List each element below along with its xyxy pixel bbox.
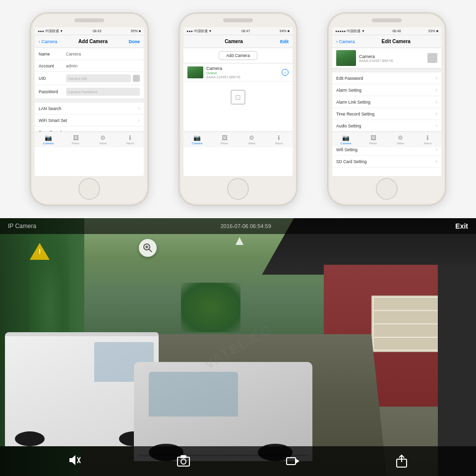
snapshot-button[interactable] bbox=[177, 454, 190, 468]
overlay-top-bar: IP Camera 2016-07-06 06:54:59 Exit bbox=[0, 218, 476, 234]
photo-tab-icon-1: 🖼 bbox=[73, 134, 79, 141]
tab-camera-2[interactable]: 📷 Camera bbox=[183, 134, 211, 145]
camera-info: Camera Online AAAA-219497-B8KYE bbox=[206, 66, 279, 79]
about-tab-icon-2: ℹ bbox=[278, 134, 280, 141]
uid-scan-btn[interactable] bbox=[133, 75, 140, 82]
tab-camera-3[interactable]: 📷 Camera bbox=[332, 134, 359, 145]
svg-rect-9 bbox=[287, 458, 296, 465]
password-input[interactable]: Camera PassWord bbox=[66, 88, 140, 96]
wifi-setting-label: Wifi Setting bbox=[336, 147, 436, 152]
camera-list-item[interactable]: Camera Online AAAA-219497-B8KYE i bbox=[183, 63, 293, 82]
tab-video-2[interactable]: ⚙ Video bbox=[238, 134, 265, 145]
svg-rect-6 bbox=[178, 457, 189, 466]
tab-about-3[interactable]: ℹ About bbox=[414, 134, 441, 145]
phone1-time: 08:43 bbox=[93, 29, 102, 33]
tab-video-1[interactable]: ⚙ Video bbox=[89, 134, 117, 145]
camera-title: IP Camera bbox=[8, 223, 36, 230]
uid-input[interactable]: Camera UID bbox=[66, 74, 131, 82]
about-tab-label-1: About bbox=[126, 142, 134, 145]
camera-tab-icon-1: 📷 bbox=[45, 134, 52, 141]
phone3-nav-title: Edit Camera bbox=[382, 39, 411, 44]
password-row[interactable]: PassWord Camera PassWord bbox=[35, 85, 144, 99]
password-label: PassWord bbox=[39, 89, 66, 94]
ptz-arrow-icon bbox=[236, 237, 243, 245]
mute-button[interactable] bbox=[67, 453, 81, 469]
edit-password-row[interactable]: Edit Password › bbox=[332, 72, 441, 84]
audio-setting-row[interactable]: Audio Setting › bbox=[332, 120, 441, 132]
uid-row[interactable]: UID Camera UID bbox=[35, 72, 144, 85]
tab-photo-3[interactable]: 🖼 Photo bbox=[359, 134, 387, 145]
edit-camera-thumb-btn[interactable] bbox=[427, 53, 437, 63]
tab-camera-1[interactable]: 📷 Camera bbox=[35, 134, 62, 145]
sd-card-label: SD Card Setting bbox=[336, 159, 436, 164]
alarm-setting-row[interactable]: Alarm Setting › bbox=[332, 84, 441, 96]
tab-about-2[interactable]: ℹ About bbox=[265, 134, 293, 145]
time-record-row[interactable]: Time Record Setting › bbox=[332, 108, 441, 120]
edit-password-label: Edit Password bbox=[336, 76, 436, 81]
wifi-setting-chevron: › bbox=[436, 147, 437, 152]
tab-about-1[interactable]: ℹ About bbox=[117, 134, 144, 145]
account-label: Account bbox=[39, 63, 66, 68]
tab-photo-2[interactable]: 🖼 Photo bbox=[211, 134, 238, 145]
tab-video-3[interactable]: ⚙ Video bbox=[387, 134, 414, 145]
svg-line-1 bbox=[149, 249, 152, 252]
camera-feed-section: IP Camera 2016-07-06 06:54:59 Exit ! bbox=[0, 218, 476, 476]
video-tab-label-3: Video bbox=[397, 142, 404, 145]
wifi-smart-row[interactable]: WiFi Smart Set › bbox=[35, 115, 144, 126]
camera-thumbnail bbox=[187, 66, 203, 78]
phone3-battery: 93% ■ bbox=[428, 29, 438, 33]
phones-section: ●●● 中国联通 ▼ 08:43 95% ■ ‹ Camera Add Came… bbox=[0, 0, 476, 218]
record-button[interactable] bbox=[286, 454, 299, 468]
zoom-button[interactable] bbox=[139, 239, 157, 257]
phone1-back-btn[interactable]: ‹ Camera bbox=[39, 39, 58, 44]
about-tab-label-3: About bbox=[424, 142, 432, 145]
phone2-battery: 94% ■ bbox=[280, 29, 290, 33]
edit-camera-uid: AAAA-219497-B8KYE bbox=[359, 59, 424, 62]
phone3-tab-bar: 📷 Camera 🖼 Photo ⚙ Video ℹ About bbox=[332, 131, 441, 147]
scan-qr-icon[interactable]: ⊡ bbox=[231, 90, 245, 105]
phone3-navbar: ‹ Camera Edit Camera bbox=[332, 35, 441, 48]
exit-button[interactable]: Exit bbox=[455, 222, 468, 230]
alarm-setting-chevron: › bbox=[436, 87, 437, 93]
audio-setting-label: Audio Setting bbox=[336, 123, 436, 128]
camera-edit-info: Camera AAAA-219497-B8KYE bbox=[359, 54, 424, 62]
phone3-status-bar: ●●●●● 中国联通 ▼ 08:48 93% ■ bbox=[332, 27, 441, 35]
phone1-tab-bar: 📷 Camera 🖼 Photo ⚙ Video ℹ About bbox=[35, 131, 144, 147]
phone2-screen: ●●● 中国联通 ▼ 08:47 94% ■ Camera Edit Add C… bbox=[183, 27, 293, 176]
phone1-form: Name Camera Account admin UID Camera UID… bbox=[35, 48, 144, 99]
video-tab-label-2: Video bbox=[248, 142, 255, 145]
warning-triangle-icon: ! bbox=[30, 243, 50, 261]
sd-card-row[interactable]: SD Card Setting › bbox=[332, 156, 441, 168]
camera-tab-label-3: Camera bbox=[341, 142, 351, 145]
share-button[interactable] bbox=[395, 454, 409, 468]
phone1-navbar: ‹ Camera Add Camera Done bbox=[35, 35, 144, 48]
edit-password-chevron: › bbox=[436, 75, 437, 81]
alarm-link-row[interactable]: Alarm Link Setting › bbox=[332, 96, 441, 108]
warning-exclamation: ! bbox=[39, 248, 41, 255]
camera-tab-label-2: Camera bbox=[192, 142, 202, 145]
camera-info-icon[interactable]: i bbox=[282, 69, 289, 76]
name-label: Name bbox=[39, 52, 66, 57]
tab-photo-1[interactable]: 🖼 Photo bbox=[62, 134, 89, 145]
lan-search-row[interactable]: LAN Search › bbox=[35, 103, 144, 115]
name-value: Camera bbox=[66, 52, 140, 57]
phone2-tab-bar: 📷 Camera 🖼 Photo ⚙ Video ℹ About bbox=[183, 131, 293, 147]
video-tab-icon-2: ⚙ bbox=[249, 134, 254, 141]
phone-camera-list: ●●● 中国联通 ▼ 08:47 94% ■ Camera Edit Add C… bbox=[178, 12, 298, 206]
camera-preview bbox=[336, 50, 356, 66]
camera-status-2: Online bbox=[206, 71, 279, 75]
phone1-nav-title: Add Camera bbox=[78, 39, 108, 44]
control-bar bbox=[0, 446, 476, 476]
phone1-battery: 95% ■ bbox=[131, 29, 141, 33]
phone2-edit-btn[interactable]: Edit bbox=[280, 39, 289, 44]
sd-card-chevron: › bbox=[436, 159, 437, 164]
phone3-back-btn[interactable]: ‹ Camera bbox=[336, 39, 355, 44]
phone3-time: 08:48 bbox=[392, 29, 401, 33]
edit-camera-name: Camera bbox=[359, 54, 424, 59]
phone1-done-btn[interactable]: Done bbox=[128, 39, 140, 44]
phone1-status-bar: ●●● 中国联通 ▼ 08:43 95% ■ bbox=[35, 27, 144, 35]
divider2 bbox=[332, 68, 441, 72]
account-row: Account admin bbox=[35, 60, 144, 72]
photo-tab-label-1: Photo bbox=[72, 142, 80, 145]
add-camera-button[interactable]: Add Camera bbox=[219, 51, 257, 60]
